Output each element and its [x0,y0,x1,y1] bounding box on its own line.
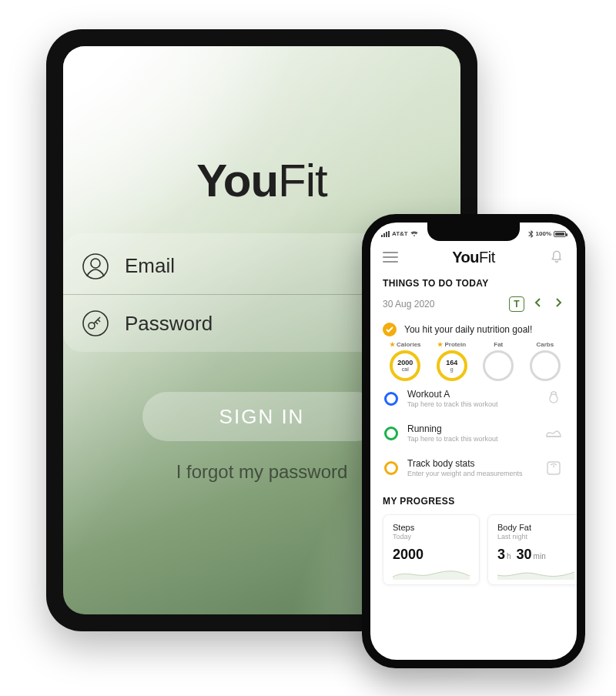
star-icon: ★ [437,341,443,348]
carbs-ring [530,350,561,381]
task-title: Workout A [407,389,535,400]
logo-bold: You [452,249,479,266]
task-body-stats[interactable]: Track body stats Enter your weight and m… [383,450,564,485]
app-logo-large: YouFit [196,154,327,207]
carrier-label: AT&T [392,230,408,237]
protein-ring: 164 g [437,350,467,381]
today-button[interactable]: T [509,296,524,312]
progress-card-bodyfat[interactable]: Body Fat Last night 3h 30min [487,514,577,585]
logo-bold: You [196,155,278,206]
wifi-icon [410,231,418,237]
logo-thin: Fit [479,249,495,266]
chevron-right-icon [554,297,562,308]
star-icon: ★ [390,341,395,348]
logo-thin: Fit [278,155,327,206]
chevron-left-icon [534,297,542,308]
battery-icon [554,231,566,237]
calories-unit: cal [402,366,409,372]
card-subtitle: Last night [497,533,574,540]
forgot-password-link[interactable]: I forgot my password [176,461,348,483]
nutrition-row: ★Calories 2000 cal ★Protein 164 g Fat [383,341,564,381]
section-title-progress: MY PROGRESS [383,496,564,507]
iphone-device: AT&T 100% YouFit THINGS TO DO TOD [362,214,585,668]
signal-bars-icon [381,231,390,237]
nutrition-goal-text: You hit your daily nutrition goal! [404,324,532,335]
nutri-fat[interactable]: Fat [479,341,518,381]
date-nav-row: 30 Aug 2020 T [383,296,564,312]
user-icon [82,253,109,280]
current-date: 30 Aug 2020 [383,299,434,310]
calories-value: 2000 [397,360,413,366]
bell-icon[interactable] [549,249,564,266]
task-running[interactable]: Running Tap here to track this workout [383,416,564,450]
key-icon [82,310,109,337]
menu-icon[interactable] [383,252,398,263]
bullet-icon [384,427,398,440]
svg-point-2 [83,311,108,336]
card-title: Body Fat [497,523,574,532]
svg-point-1 [91,259,100,268]
card-subtitle: Today [393,533,470,540]
svg-point-3 [89,323,95,329]
task-title: Track body stats [407,458,535,469]
calories-ring: 2000 cal [390,350,420,381]
sparkline-icon [393,567,470,580]
notch [427,223,520,241]
nutri-protein[interactable]: ★Protein 164 g [433,341,472,381]
nutri-label: Calories [397,341,421,348]
protein-value: 164 [446,360,457,366]
nutri-label: Carbs [536,341,554,348]
section-title-today: THINGS TO DO TODAY [383,278,564,289]
nutrition-goal-banner: You hit your daily nutrition goal! [383,323,564,336]
fat-ring [483,350,514,381]
task-title: Running [407,423,535,434]
scale-icon [544,459,563,477]
bluetooth-icon [528,230,534,238]
signin-button[interactable]: SIGN IN [142,392,381,441]
battery-text: 100% [536,230,551,237]
task-subtitle: Tap here to track this workout [407,435,535,443]
card-value: 3h 30min [497,547,574,563]
svg-point-0 [83,254,108,279]
app-logo-small: YouFit [452,249,495,266]
iphone-screen: AT&T 100% YouFit THINGS TO DO TOD [370,223,577,660]
prev-day-button[interactable] [532,297,544,311]
task-subtitle: Enter your weight and measurements [407,470,535,477]
bullet-icon [384,392,398,406]
nutri-label: Protein [444,341,466,348]
shoe-icon [544,424,563,443]
app-header: YouFit [370,241,577,273]
protein-unit: g [450,366,454,372]
kettlebell-icon [544,390,563,408]
nutri-calories[interactable]: ★Calories 2000 cal [386,341,425,381]
card-title: Steps [393,523,470,532]
task-workout-a[interactable]: Workout A Tap here to track this workout [383,381,564,416]
card-value: 2000 [393,547,470,563]
nutri-label: Fat [494,341,503,348]
nutri-carbs[interactable]: Carbs [526,341,565,381]
check-icon [383,323,397,336]
progress-card-steps[interactable]: Steps Today 2000 [383,514,480,585]
sparkline-icon [497,567,574,580]
task-subtitle: Tap here to track this workout [407,400,535,408]
bullet-icon [384,461,398,475]
next-day-button[interactable] [552,297,564,311]
